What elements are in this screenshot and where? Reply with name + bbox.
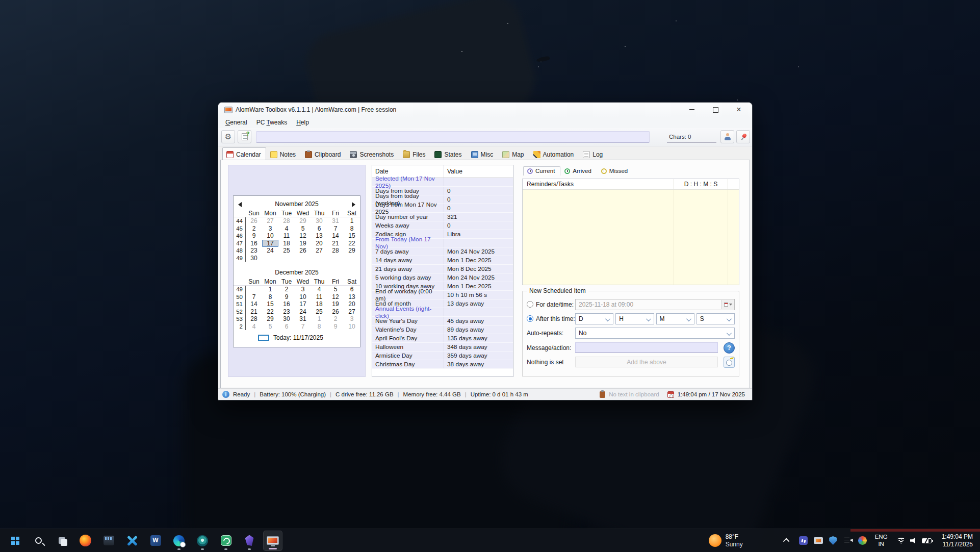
- tab-map[interactable]: Map: [498, 148, 529, 160]
- today-row[interactable]: Today: 11/17/2025: [234, 334, 360, 341]
- pin-window-button[interactable]: [736, 130, 750, 143]
- day-cell[interactable]: 11: [278, 232, 295, 239]
- day-cell[interactable]: 1: [311, 315, 327, 322]
- day-cell[interactable]: 4: [246, 323, 262, 330]
- day-cell[interactable]: 14: [246, 300, 262, 308]
- month-calendar-control[interactable]: November 2025SunMonTueWedThuFriSat442627…: [233, 195, 360, 347]
- day-cell[interactable]: 27: [311, 247, 327, 254]
- tab-automation[interactable]: Automation: [529, 148, 579, 160]
- day-cell[interactable]: 14: [327, 232, 344, 239]
- day-cell[interactable]: 3: [295, 286, 311, 293]
- table-row[interactable]: 21 days awayMon 8 Dec 2025: [372, 265, 513, 273]
- day-cell[interactable]: 29: [344, 247, 360, 254]
- reminders-header[interactable]: Reminders/Tasks D : H : M : S: [523, 179, 739, 190]
- day-cell[interactable]: 20: [344, 300, 360, 308]
- table-row[interactable]: Day number of year321: [372, 213, 513, 221]
- day-cell[interactable]: 23: [278, 308, 295, 315]
- tab-missed[interactable]: Missed: [597, 166, 633, 175]
- seconds-combobox[interactable]: S: [697, 313, 735, 324]
- add-schedule-clock-button[interactable]: [724, 357, 735, 368]
- taskbar-app-search[interactable]: [29, 531, 48, 551]
- taskbar-app-alomware-toolbox[interactable]: [263, 531, 282, 551]
- day-cell[interactable]: 13: [344, 293, 360, 300]
- table-row[interactable]: 5 working days awayMon 24 Nov 2025: [372, 273, 513, 282]
- taskbar-app-terminal[interactable]: [99, 531, 118, 551]
- add-the-above-button[interactable]: Add the above: [575, 357, 718, 367]
- table-row[interactable]: 14 days awayMon 1 Dec 2025: [372, 256, 513, 265]
- table-row[interactable]: 7 days awayMon 24 Nov 2025: [372, 247, 513, 256]
- day-cell[interactable]: 6: [278, 323, 295, 330]
- day-cell[interactable]: 26: [295, 247, 311, 254]
- day-cell[interactable]: 31: [327, 217, 344, 224]
- tab-screenshots[interactable]: Screenshots: [346, 148, 399, 160]
- day-cell[interactable]: 24: [295, 308, 311, 315]
- day-cell[interactable]: 20: [311, 240, 327, 247]
- day-cell[interactable]: 26: [246, 217, 262, 224]
- day-cell[interactable]: 17: [295, 300, 311, 308]
- taskbar-app-obsidian[interactable]: [240, 531, 259, 551]
- day-cell[interactable]: 28: [278, 217, 295, 224]
- taskbar-app-swirl-app[interactable]: [193, 531, 212, 551]
- day-cell[interactable]: 1: [344, 217, 360, 224]
- day-cell[interactable]: 25: [278, 247, 295, 254]
- tray-screen-share[interactable]: [813, 536, 823, 546]
- day-cell[interactable]: 29: [295, 217, 311, 224]
- day-cell[interactable]: 10: [344, 323, 360, 330]
- day-cell[interactable]: 5: [327, 286, 344, 293]
- day-cell[interactable]: 28: [246, 315, 262, 322]
- tray-color-wheel[interactable]: [858, 536, 868, 546]
- day-cell[interactable]: 9: [278, 293, 295, 300]
- day-cell[interactable]: 4: [311, 286, 327, 293]
- tray-security-shield[interactable]: [828, 536, 838, 546]
- day-cell[interactable]: 22: [262, 308, 278, 315]
- day-cell[interactable]: 2: [278, 286, 295, 293]
- taskbar-app-firefox[interactable]: [75, 531, 95, 551]
- settings-button[interactable]: ⚙: [221, 130, 235, 143]
- tab-misc[interactable]: Misc: [467, 148, 499, 160]
- reminders-list[interactable]: [523, 190, 739, 285]
- day-cell[interactable]: 10: [262, 232, 278, 239]
- taskbar-app-edge[interactable]: [169, 531, 189, 551]
- day-cell[interactable]: 2: [327, 315, 344, 322]
- tab-current[interactable]: Current: [523, 166, 560, 175]
- table-row[interactable]: Armistice Day359 days away: [372, 352, 513, 360]
- for-datetime-radio[interactable]: [527, 301, 533, 308]
- next-month-arrow[interactable]: [351, 202, 356, 207]
- day-cell[interactable]: 30: [278, 315, 295, 322]
- day-cell[interactable]: 23: [246, 247, 262, 254]
- titlebar[interactable]: AlomWare Toolbox v6.1.1.1 | AlomWare.com…: [218, 103, 752, 117]
- selected-day-cell[interactable]: 17: [262, 240, 278, 247]
- tab-log[interactable]: Log: [579, 148, 608, 160]
- day-cell[interactable]: 21: [246, 308, 262, 315]
- day-cell[interactable]: 30: [311, 217, 327, 224]
- table-row[interactable]: End of workday (0:00 am)10 h 10 m 56 s: [372, 291, 513, 299]
- day-cell[interactable]: 19: [327, 300, 344, 308]
- day-cell[interactable]: 21: [327, 240, 344, 247]
- table-row[interactable]: Valentine's Day89 days away: [372, 325, 513, 334]
- day-cell[interactable]: 12: [295, 232, 311, 239]
- day-cell[interactable]: 27: [344, 308, 360, 315]
- day-cell[interactable]: 15: [344, 232, 360, 239]
- days-combobox[interactable]: D: [575, 313, 613, 324]
- day-cell[interactable]: 28: [327, 247, 344, 254]
- table-row[interactable]: Halloween348 days away: [372, 343, 513, 352]
- day-cell[interactable]: 8: [344, 225, 360, 232]
- day-cell[interactable]: 10: [295, 293, 311, 300]
- tab-arrived[interactable]: Arrived: [560, 166, 597, 175]
- maximize-button[interactable]: [710, 105, 720, 114]
- taskbar-app-task-view[interactable]: [52, 531, 71, 551]
- day-cell[interactable]: 12: [327, 293, 344, 300]
- weather-widget[interactable]: 88°F Sunny: [709, 533, 743, 548]
- hours-combobox[interactable]: H: [615, 313, 654, 324]
- tab-calendar[interactable]: Calendar: [222, 147, 266, 161]
- table-section-row[interactable]: From Today (Mon 17 Nov): [372, 239, 513, 247]
- day-cell[interactable]: 5: [262, 323, 278, 330]
- minimize-button[interactable]: [687, 105, 697, 114]
- language-indicator[interactable]: ENG IN: [875, 534, 888, 548]
- tray-volume-mixer[interactable]: [843, 536, 853, 546]
- day-cell[interactable]: 7: [327, 225, 344, 232]
- command-input[interactable]: [256, 131, 650, 143]
- tab-notes[interactable]: Notes: [266, 148, 301, 160]
- system-icons[interactable]: [897, 537, 932, 544]
- datepicker-dropdown-button[interactable]: [721, 300, 734, 309]
